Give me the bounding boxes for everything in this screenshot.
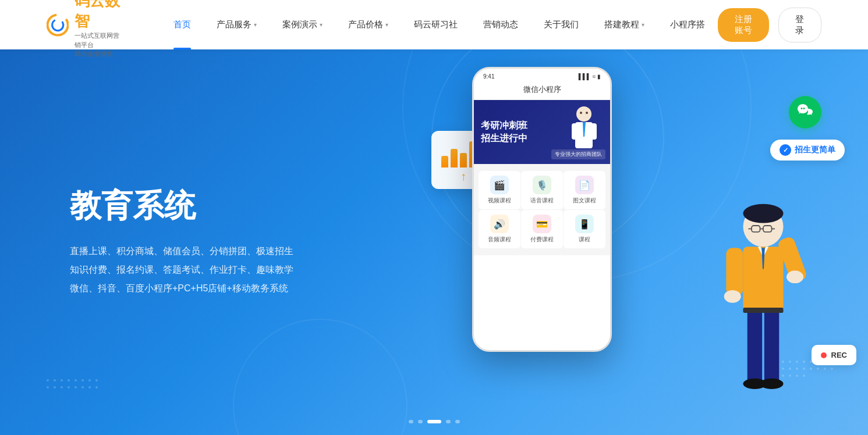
- nav-tutorial[interactable]: 搭建教程 ▾: [591, 0, 657, 49]
- nav-about[interactable]: 关于我们: [531, 0, 591, 49]
- nav-home[interactable]: 首页: [161, 0, 204, 49]
- wechat-icon: [796, 102, 814, 123]
- nav-miniapp[interactable]: 小程序搭: [657, 0, 718, 49]
- svg-rect-19: [726, 248, 743, 295]
- grid-item-audio: 🎙️ 语音课程: [521, 171, 563, 209]
- logo-icon: [47, 11, 69, 39]
- hero-desc: 直播上课、积分商城、储值会员、分销拼团、极速招生 知识付费、报名约课、答题考试、…: [70, 242, 293, 298]
- banner-person: [564, 100, 604, 164]
- banner-text-line2: 招生进行中: [481, 132, 527, 145]
- logo-title: 码云数智: [75, 0, 126, 31]
- phone-status-bar: 9:41 ▌▌▌ ≈ ▮: [474, 69, 610, 82]
- login-button[interactable]: 登录: [778, 8, 821, 42]
- business-person: [705, 202, 821, 406]
- logo-subtitle-line2: 助力企业增长: [75, 49, 126, 58]
- carousel-dot-4[interactable]: [446, 420, 451, 423]
- nav-cases[interactable]: 案例演示 ▾: [270, 0, 335, 49]
- phone-banner: 考研冲刺班 招生进行中 专业强大的招商团队: [474, 100, 610, 164]
- svg-rect-5: [591, 123, 597, 140]
- svg-point-1: [50, 17, 65, 32]
- bar-2: [451, 149, 458, 167]
- carousel-dots: [409, 420, 460, 423]
- svg-rect-24: [764, 309, 779, 383]
- course-icon: 📱: [575, 215, 594, 233]
- grid-label-video: 视频课程: [488, 197, 511, 205]
- grid-label-article: 图文课程: [573, 197, 596, 205]
- check-icon: ✓: [780, 144, 791, 156]
- grid-label-audio: 语音课程: [530, 197, 554, 205]
- wechat-bubble: [789, 96, 821, 129]
- phone-grid: 🎬 视频课程 🎙️ 语音课程 📄 图文课程 🔊 音频课程 💳 付费: [474, 164, 610, 255]
- grid-item-paid: 💳 付费课程: [521, 210, 563, 248]
- phone-mockup: 9:41 ▌▌▌ ≈ ▮ 微信小程序 考研冲刺班 招生进行中 专业强大的招商团队: [472, 67, 612, 352]
- logo-subtitle-line1: 一站式互联网营销平台: [75, 31, 126, 49]
- nav-community[interactable]: 码云研习社: [401, 0, 470, 49]
- grid-label-course: 课程: [579, 236, 590, 244]
- chevron-down-icon: ▾: [254, 22, 257, 28]
- svg-point-22: [724, 290, 741, 303]
- svg-point-10: [743, 204, 783, 223]
- hero-desc-line3: 微信、抖音、百度小程序+PC+H5店铺+移动教务系统: [70, 283, 288, 293]
- hero-title: 教育系统: [70, 187, 293, 224]
- person-svg: [568, 105, 600, 160]
- header-buttons: 注册账号 登录: [718, 8, 821, 42]
- dot-grid-2: [47, 379, 98, 388]
- chevron-down-icon: ▾: [385, 22, 388, 28]
- video-icon: 🎬: [490, 176, 509, 194]
- svg-point-8: [586, 112, 588, 114]
- phone-signal: ▌▌▌ ≈ ▮: [579, 73, 601, 80]
- svg-point-2: [576, 106, 591, 122]
- carousel-dot-5[interactable]: [455, 420, 460, 423]
- audio-icon: 🎙️: [533, 176, 551, 194]
- grid-item-video: 🎬 视频课程: [479, 171, 520, 209]
- register-button[interactable]: 注册账号: [718, 8, 769, 42]
- chevron-down-icon: ▾: [320, 22, 323, 28]
- paid-icon: 💳: [533, 215, 551, 233]
- svg-point-7: [580, 112, 582, 114]
- sound-icon: 🔊: [490, 215, 509, 233]
- recruit-bubble: ✓ 招生更简单: [770, 140, 845, 161]
- chevron-down-icon: ▾: [642, 22, 644, 28]
- chart-up-arrow: ↑: [460, 170, 466, 183]
- recruit-bubble-text: 招生更简单: [795, 145, 835, 155]
- phone-time: 9:41: [483, 73, 494, 80]
- bar-3: [460, 153, 467, 167]
- rec-card: REC: [812, 345, 856, 365]
- hero-section: 教育系统 直播上课、积分商城、储值会员、分销拼团、极速招生 知识付费、报名约课、…: [0, 49, 868, 435]
- logo[interactable]: 码云数智 一站式互联网营销平台 助力企业增长: [47, 0, 126, 59]
- nav-products[interactable]: 产品服务 ▾: [204, 0, 270, 49]
- hero-desc-line1: 直播上课、积分商城、储值会员、分销拼团、极速招生: [70, 246, 293, 256]
- grid-item-sound: 🔊 音频课程: [479, 210, 520, 248]
- grid-item-course: 📱 课程: [564, 210, 605, 248]
- nav-marketing[interactable]: 营销动态: [470, 0, 531, 49]
- logo-text-area: 码云数智 一站式互联网营销平台 助力企业增长: [75, 0, 126, 59]
- svg-rect-23: [747, 309, 762, 383]
- hero-desc-line2: 知识付费、报名约课、答题考试、作业打卡、趣味教学: [70, 265, 293, 274]
- rec-text: REC: [831, 351, 847, 359]
- rec-indicator: [821, 352, 827, 358]
- bar-1: [441, 156, 448, 167]
- banner-text-line1: 考研冲刺班: [481, 119, 527, 132]
- header: 码云数智 一站式互联网营销平台 助力企业增长 首页 产品服务 ▾ 案例演示 ▾ …: [0, 0, 868, 49]
- svg-point-21: [786, 270, 803, 283]
- hero-content: 教育系统 直播上课、积分商城、储值会员、分销拼团、极速招生 知识付费、报名约课、…: [0, 187, 293, 298]
- carousel-dot-1[interactable]: [409, 420, 413, 423]
- grid-label-paid: 付费课程: [530, 236, 554, 244]
- svg-point-27: [760, 379, 784, 389]
- hero-right: ↑ 9:41 ▌▌▌ ≈ ▮ 微信小程序 考研冲刺班 招生进行中 专业强大的招商…: [402, 49, 868, 435]
- bg-circle-3: [233, 319, 408, 435]
- person-illustration: [705, 185, 821, 406]
- svg-rect-25: [743, 308, 783, 313]
- svg-point-0: [47, 11, 69, 39]
- grid-item-article: 📄 图文课程: [564, 171, 605, 209]
- carousel-dot-2[interactable]: [418, 420, 423, 423]
- phone-title-bar: 微信小程序: [474, 82, 610, 100]
- grid-label-sound: 音频课程: [488, 236, 511, 244]
- carousel-dot-3[interactable]: [427, 420, 441, 423]
- banner-text-block: 考研冲刺班 招生进行中: [481, 119, 527, 145]
- nav-pricing[interactable]: 产品价格 ▾: [335, 0, 401, 49]
- article-icon: 📄: [575, 176, 594, 194]
- svg-rect-4: [572, 123, 578, 140]
- phone-app-title: 微信小程序: [523, 85, 561, 94]
- main-nav: 首页 产品服务 ▾ 案例演示 ▾ 产品价格 ▾ 码云研习社 营销动态 关于我们 …: [161, 0, 718, 49]
